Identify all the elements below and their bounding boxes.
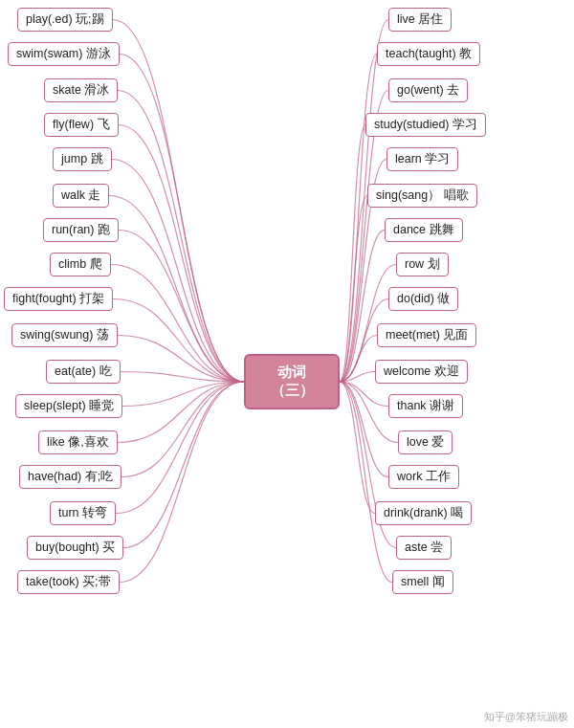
node-r6: dance 跳舞: [385, 218, 463, 242]
node-l3: fly(flew) 飞: [44, 113, 119, 137]
node-r1: teach(taught) 教: [377, 42, 480, 66]
node-r12: love 爱: [398, 430, 453, 454]
node-r0: live 居住: [388, 8, 452, 32]
diagram-container: 动词（三） 知乎@笨猪玩蹦极 play(.ed) 玩;踢swim(swam) 游…: [0, 0, 574, 728]
watermark: 知乎@笨猪玩蹦极: [484, 710, 568, 724]
node-l13: have(had) 有;吃: [19, 465, 121, 489]
node-l5: walk 走: [53, 184, 109, 208]
node-r3: study(studied) 学习: [365, 113, 486, 137]
node-l11: sleep(slept) 睡觉: [15, 394, 122, 418]
node-r4: learn 学习: [386, 147, 458, 171]
node-r13: work 工作: [388, 465, 459, 489]
node-l6: run(ran) 跑: [43, 218, 119, 242]
node-r16: smell 闻: [392, 570, 453, 594]
node-l4: jump 跳: [53, 147, 112, 171]
node-l9: swing(swung) 荡: [11, 323, 118, 347]
node-l10: eat(ate) 吃: [46, 360, 121, 384]
node-l16: take(took) 买;带: [17, 570, 120, 594]
node-l7: climb 爬: [50, 253, 111, 276]
node-r9: meet(met) 见面: [377, 323, 476, 347]
center-node: 动词（三）: [244, 354, 340, 409]
node-r8: do(did) 做: [388, 287, 458, 311]
node-r11: thank 谢谢: [388, 394, 463, 418]
node-l2: skate 滑冰: [44, 78, 118, 102]
node-l12: like 像,喜欢: [38, 430, 118, 454]
node-l8: fight(fought) 打架: [4, 287, 113, 311]
node-l1: swim(swam) 游泳: [8, 42, 120, 66]
node-r14: drink(drank) 喝: [375, 501, 472, 525]
node-r7: row 划: [396, 253, 449, 276]
node-r15: aste 尝: [396, 536, 452, 560]
node-r10: welcome 欢迎: [375, 360, 468, 384]
node-l14: turn 转弯: [50, 501, 116, 525]
node-r2: go(went) 去: [388, 78, 468, 102]
node-r5: sing(sang） 唱歌: [367, 184, 477, 208]
node-l15: buy(bought) 买: [27, 536, 123, 560]
node-l0: play(.ed) 玩;踢: [17, 8, 113, 32]
